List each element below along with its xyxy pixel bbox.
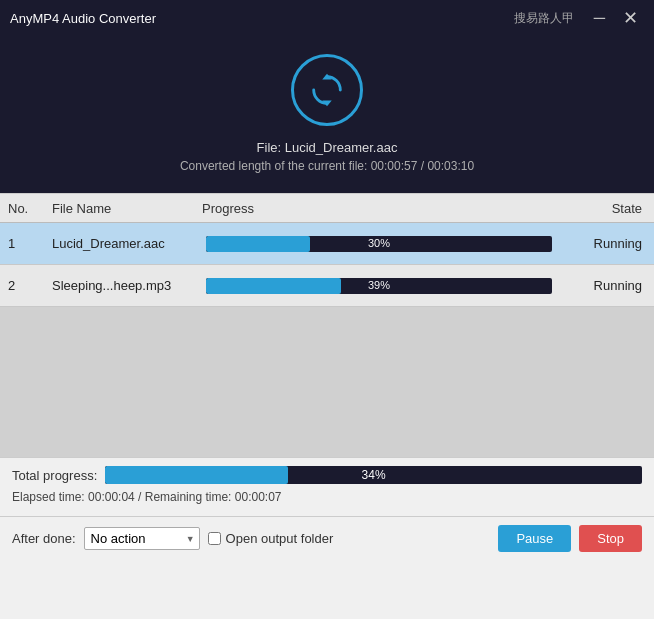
elapsed-row: Elapsed time: 00:00:04 / Remaining time:…: [12, 490, 642, 504]
total-progress-bar-bg: 34%: [105, 466, 642, 484]
row1-filename: Lucid_Dreamer.aac: [44, 236, 194, 251]
app-window: AnyMP4 Audio Converter 搜易路人甲 ─ ✕ File: L…: [0, 0, 654, 619]
after-done-select[interactable]: No action Exit application Hibernate Shu…: [84, 527, 200, 550]
open-output-folder-label[interactable]: Open output folder: [208, 531, 334, 546]
col-header-progress: Progress: [194, 201, 564, 216]
row2-progress-bar-bg: 39%: [206, 278, 552, 294]
total-progress-label: Total progress:: [12, 468, 97, 483]
table-row[interactable]: 1 Lucid_Dreamer.aac 30% Running: [0, 223, 654, 265]
bottom-stats: Total progress: 34% Elapsed time: 00:00:…: [0, 457, 654, 516]
col-header-no: No.: [0, 201, 44, 216]
file-info-label: File: Lucid_Dreamer.aac: [0, 140, 654, 155]
minimize-button[interactable]: ─: [588, 7, 611, 29]
open-output-folder-checkbox[interactable]: [208, 532, 221, 545]
close-button[interactable]: ✕: [617, 5, 644, 31]
col-header-state: State: [564, 201, 654, 216]
after-done-select-wrapper[interactable]: No action Exit application Hibernate Shu…: [84, 527, 200, 550]
watermark-text: 搜易路人甲: [514, 10, 574, 27]
after-done-row: After done: No action Exit application H…: [0, 516, 654, 560]
row2-progress-bar-container: 39%: [202, 278, 556, 294]
pause-button[interactable]: Pause: [498, 525, 571, 552]
row2-progress-cell: 39%: [194, 278, 564, 294]
row1-progress-bar-bg: 30%: [206, 236, 552, 252]
row1-progress-cell: 30%: [194, 236, 564, 252]
title-bar-controls: 搜易路人甲 ─ ✕: [514, 5, 644, 31]
table-body: 1 Lucid_Dreamer.aac 30% Running 2 Sleepi…: [0, 223, 654, 307]
row2-state: Running: [564, 278, 654, 293]
row1-no: 1: [0, 236, 44, 251]
row2-filename: Sleeping...heep.mp3: [44, 278, 194, 293]
table-row[interactable]: 2 Sleeping...heep.mp3 39% Running: [0, 265, 654, 307]
title-bar-left: AnyMP4 Audio Converter: [10, 11, 156, 26]
row1-progress-bar-fill: [206, 236, 310, 252]
app-title: AnyMP4 Audio Converter: [10, 11, 156, 26]
row2-progress-bar-fill: [206, 278, 341, 294]
col-header-filename: File Name: [44, 201, 194, 216]
row1-state: Running: [564, 236, 654, 251]
total-progress-row: Total progress: 34%: [12, 466, 642, 484]
converted-length-label: Converted length of the current file: 00…: [0, 159, 654, 173]
after-done-label: After done:: [12, 531, 76, 546]
spinner-icon: [291, 54, 363, 126]
conversion-header: File: Lucid_Dreamer.aac Converted length…: [0, 36, 654, 193]
title-bar: AnyMP4 Audio Converter 搜易路人甲 ─ ✕: [0, 0, 654, 36]
stop-button[interactable]: Stop: [579, 525, 642, 552]
row2-no: 2: [0, 278, 44, 293]
total-progress-text: 34%: [105, 468, 642, 482]
table-empty-area: [0, 307, 654, 457]
table-header: No. File Name Progress State: [0, 193, 654, 223]
refresh-icon: [308, 71, 346, 109]
row1-progress-bar-container: 30%: [202, 236, 556, 252]
open-output-folder-text: Open output folder: [226, 531, 334, 546]
